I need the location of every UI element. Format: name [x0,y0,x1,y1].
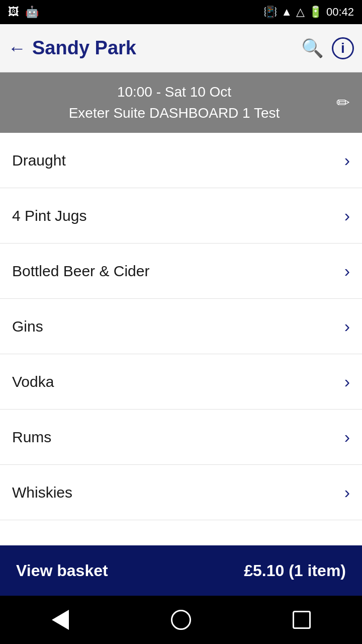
menu-item[interactable]: 4 Pint Jugs› [0,188,362,244]
wifi-icon: ▲ [281,6,292,19]
info-icon: i [341,40,345,56]
status-bar: 🖼 🤖 📳 ▲ △ 🔋 00:42 [0,0,362,24]
menu-list: Draught›4 Pint Jugs›Bottled Beer & Cider… [0,133,362,545]
home-nav-icon [171,610,191,630]
menu-item-label: Rums [12,429,51,446]
menu-item-label: Vodka [12,373,54,390]
chevron-right-icon: › [344,482,350,502]
time-display: 00:42 [326,6,354,19]
menu-item-label: Bottled Beer & Cider [12,263,149,280]
menu-item[interactable]: Draught› [0,133,362,188]
info-button[interactable]: i [332,37,354,59]
back-nav-button[interactable] [45,605,75,635]
menu-item-label: Gins [12,318,43,335]
menu-item[interactable]: Whiskies› [0,465,362,520]
battery-icon: 🔋 [309,6,322,19]
edit-button[interactable]: ✏ [336,93,350,112]
photo-icon: 🖼 [8,6,19,19]
view-basket-button[interactable]: View basket [16,561,108,580]
back-nav-icon [52,610,69,630]
status-bar-right: 📳 ▲ △ 🔋 00:42 [263,6,354,19]
nav-icons: 🔍 i [301,37,354,59]
event-location: Exeter Suite DASHBOARD 1 Test [12,103,336,124]
home-nav-button[interactable] [166,605,196,635]
menu-item[interactable]: Vodka› [0,354,362,410]
event-time: 10:00 - Sat 10 Oct [12,82,336,103]
banner-text: 10:00 - Sat 10 Oct Exeter Suite DASHBOAR… [12,82,336,124]
chevron-right-icon: › [344,316,350,336]
recents-nav-button[interactable] [287,605,317,635]
basket-amount: £5.10 (1 item) [244,561,346,580]
android-icon: 🤖 [25,6,39,19]
menu-item[interactable]: Bottled Beer & Cider› [0,244,362,299]
menu-item-label: 4 Pint Jugs [12,207,86,224]
back-button[interactable]: ← [8,38,26,59]
menu-item-label: Whiskies [12,484,72,501]
search-button[interactable]: 🔍 [301,38,324,59]
status-bar-left: 🖼 🤖 [8,6,39,19]
event-banner: 10:00 - Sat 10 Oct Exeter Suite DASHBOAR… [0,72,362,133]
chevron-right-icon: › [344,150,350,170]
menu-item[interactable]: Rums› [0,410,362,465]
chevron-right-icon: › [344,427,350,447]
vibrate-icon: 📳 [263,6,277,19]
chevron-right-icon: › [344,261,350,281]
bottom-nav [0,596,362,644]
chevron-right-icon: › [344,372,350,391]
top-nav: ← Sandy Park 🔍 i [0,24,362,72]
menu-item-label: Draught [12,152,66,169]
basket-bar[interactable]: View basket £5.10 (1 item) [0,545,362,596]
chevron-right-icon: › [344,206,350,225]
signal-icon: △ [296,6,305,19]
recents-nav-icon [293,611,311,629]
page-title: Sandy Park [32,37,301,59]
menu-item[interactable]: Gins› [0,299,362,354]
